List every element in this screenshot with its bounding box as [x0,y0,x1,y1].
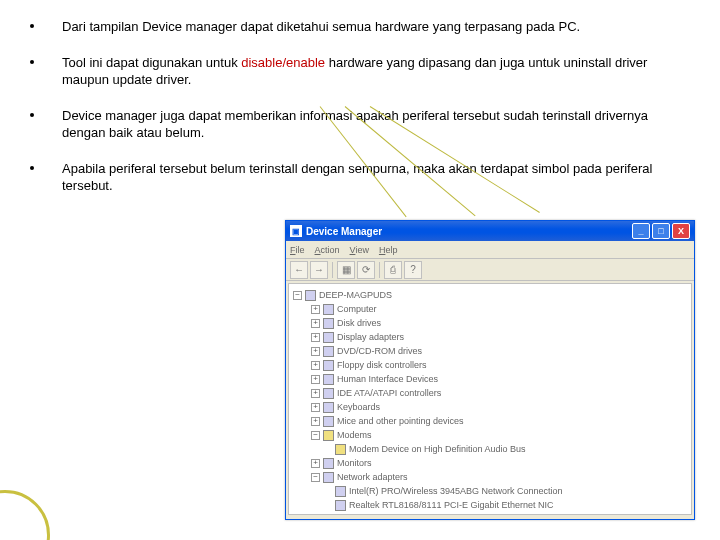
computer-icon [305,290,316,301]
expand-icon[interactable]: + [311,333,320,342]
device-icon [323,318,334,329]
tree-node[interactable]: +IDE ATA/ATAPI controllers [291,386,689,400]
network-icon [335,500,346,511]
menu-action[interactable]: Action [315,245,340,255]
toolbar: ← → ▦ ⟳ ⎙ ? [286,259,694,281]
highlight-text: disable/enable [241,55,325,70]
window-title: Device Manager [306,226,632,237]
expand-icon[interactable]: + [311,403,320,412]
device-icon [323,374,334,385]
collapse-icon[interactable]: − [311,473,320,482]
device-tree[interactable]: −DEEP-MAGPUDS +Computer +Disk drives +Di… [288,283,692,515]
network-icon [323,472,334,483]
tree-node[interactable]: +Floppy disk controllers [291,358,689,372]
bullet-item: Device manager juga dapat memberikan inf… [30,107,690,142]
collapse-icon[interactable]: − [311,431,320,440]
tree-leaf[interactable]: Intel(R) PRO/Wireless 3945ABG Network Co… [291,484,689,498]
toolbar-separator [379,262,380,278]
menu-file[interactable]: File [290,245,305,255]
expand-icon[interactable]: + [311,361,320,370]
bullet-item: Dari tampilan Device manager dapat diket… [30,18,690,36]
bullet-dot-icon [30,24,34,28]
bullet-dot-icon [30,113,34,117]
tree-node[interactable]: −Network adapters [291,470,689,484]
properties-button[interactable]: ▦ [337,261,355,279]
scan-button[interactable]: ⟳ [357,261,375,279]
help-button[interactable]: ? [404,261,422,279]
device-manager-window: ▣ Device Manager _ □ X File Action View … [285,220,695,520]
modem-icon [323,430,334,441]
device-icon [323,402,334,413]
collapse-icon[interactable]: − [311,515,320,516]
bullet-dot-icon [30,60,34,64]
tree-node[interactable]: +Mice and other pointing devices [291,414,689,428]
tree-node[interactable]: +Keyboards [291,400,689,414]
menu-view[interactable]: View [350,245,369,255]
modem-icon [335,444,346,455]
close-button[interactable]: X [672,223,690,239]
tree-leaf[interactable]: Modem Device on High Definition Audio Bu… [291,442,689,456]
device-icon [323,346,334,357]
tree-node[interactable]: −PCMCIA adapters [291,512,689,515]
device-icon [323,332,334,343]
network-icon [335,486,346,497]
app-icon: ▣ [290,225,302,237]
expand-icon[interactable]: + [311,347,320,356]
menu-help[interactable]: Help [379,245,398,255]
bullet-text: Tool ini dapat digunakan untuk disable/e… [62,54,690,89]
print-button[interactable]: ⎙ [384,261,402,279]
tree-node[interactable]: +Computer [291,302,689,316]
expand-icon[interactable]: + [311,389,320,398]
device-icon [323,360,334,371]
tree-root[interactable]: −DEEP-MAGPUDS [291,288,689,302]
device-icon [323,388,334,399]
tree-leaf[interactable]: Realtek RTL8168/8111 PCI-E Gigabit Ether… [291,498,689,512]
device-icon [323,304,334,315]
bullet-dot-icon [30,166,34,170]
tree-node[interactable]: +Monitors [291,456,689,470]
expand-icon[interactable]: + [311,305,320,314]
tree-node[interactable]: +Display adapters [291,330,689,344]
tree-node[interactable]: −Modems [291,428,689,442]
tree-node[interactable]: +Disk drives [291,316,689,330]
bullet-item: Tool ini dapat digunakan untuk disable/e… [30,54,690,89]
bullet-text: Device manager juga dapat memberikan inf… [62,107,690,142]
forward-button[interactable]: → [310,261,328,279]
titlebar[interactable]: ▣ Device Manager _ □ X [286,221,694,241]
device-icon [323,416,334,427]
tree-node[interactable]: +Human Interface Devices [291,372,689,386]
pcmcia-icon [323,514,334,516]
back-button[interactable]: ← [290,261,308,279]
expand-icon[interactable]: + [311,319,320,328]
minimize-button[interactable]: _ [632,223,650,239]
bullet-item: Apabila periferal tersebut belum terinst… [30,160,690,195]
expand-icon[interactable]: + [311,459,320,468]
decorative-circle [0,490,50,540]
maximize-button[interactable]: □ [652,223,670,239]
toolbar-separator [332,262,333,278]
tree-node[interactable]: +DVD/CD-ROM drives [291,344,689,358]
bullet-text: Dari tampilan Device manager dapat diket… [62,18,690,36]
menubar: File Action View Help [286,241,694,259]
expand-icon[interactable]: + [311,375,320,384]
device-icon [323,458,334,469]
expand-icon[interactable]: + [311,417,320,426]
collapse-icon[interactable]: − [293,291,302,300]
